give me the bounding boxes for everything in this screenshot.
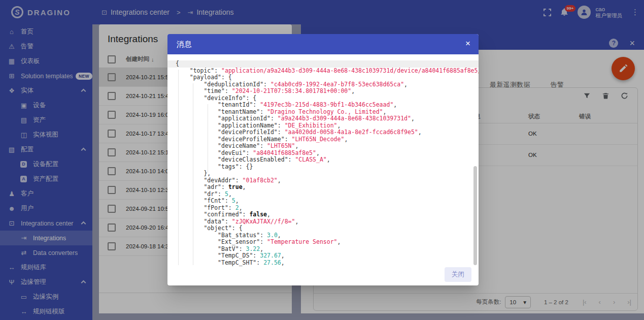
modal-footer: 关闭	[167, 267, 479, 285]
message-modal: 消息 × { "topic": "application/a9a244b3-d3…	[167, 34, 479, 285]
modal-title: 消息	[177, 40, 192, 49]
json-line: "fPort": 2,	[176, 205, 470, 212]
json-line: "deviceName": "LHT65N",	[176, 143, 470, 150]
json-line: "devEui": "a84041f6885af8e5",	[176, 150, 470, 157]
json-line: "dr": 5,	[176, 191, 470, 198]
json-line: "devAddr": "01af8cb2",	[176, 177, 470, 184]
indent-guide	[193, 83, 193, 265]
modal-header: 消息 ×	[167, 34, 479, 54]
modal-body: { "topic": "application/a9a244b3-d309-44…	[167, 54, 479, 267]
json-line: "Ext_sensor": "Temperature Sensor",	[176, 239, 470, 246]
indent-guide	[208, 104, 208, 173]
json-line: "deviceProfileId": "aa4020dd-0058-4a1a-8…	[176, 129, 470, 136]
json-line: },	[176, 170, 470, 177]
json-line: "deviceInfo": {	[176, 95, 470, 102]
json-line: "confirmed": false,	[176, 211, 470, 218]
json-line: "Bat_status": 3.0,	[176, 232, 470, 239]
json-line: "data": "zJQKxAJTAX//f/8=",	[176, 218, 470, 226]
modal-close-icon[interactable]: ×	[465, 39, 470, 48]
json-line: "TempC_SHT": 27.56,	[176, 260, 470, 267]
json-line: "adr": true,	[176, 184, 470, 191]
modal-scrollbar[interactable]	[473, 166, 477, 265]
json-line: "topic": "application/a9a244b3-d309-444a…	[176, 68, 470, 75]
json-line: "TempC_DS": 327.67,	[176, 252, 470, 260]
json-line: "BatV": 3.22,	[176, 246, 470, 253]
json-line: "tenantName": "Dragino Technology Co., L…	[176, 109, 470, 116]
json-line: "tenantId": "4197ec3b-215d-4883-9bf1-4b3…	[176, 102, 470, 109]
json-line: "deviceClassEnabled": "CLASS_A",	[176, 156, 470, 164]
close-button[interactable]: 关闭	[445, 267, 471, 282]
json-line: "applicationId": "a9a244b3-d309-444a-8e6…	[176, 115, 470, 122]
json-line: "object": {	[176, 225, 470, 232]
json-line: "payload": {	[176, 74, 470, 81]
json-line: "tags": {}	[176, 164, 470, 171]
json-line: "fCnt": 5,	[176, 198, 470, 205]
indent-guide	[178, 70, 179, 265]
json-line: "applicationName": "DE_Exhibition",	[176, 122, 470, 130]
json-line: {	[167, 60, 479, 68]
json-line: "deviceProfileName": "LHT65N_Decode",	[176, 136, 470, 143]
json-line: "deduplicationId": "c4ab0cd9-1992-4ea7-b…	[176, 81, 470, 88]
json-viewer[interactable]: { "topic": "application/a9a244b3-d309-44…	[176, 60, 470, 266]
app-root: S DRAGINO ⌂首页⚠告警▦仪表板⊞Solution templatesN…	[0, 0, 644, 320]
json-line: "time": "2024-10-21T07:58:34.801781+00:0…	[176, 88, 470, 95]
